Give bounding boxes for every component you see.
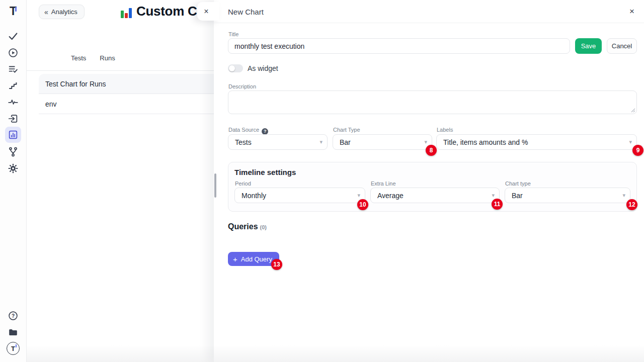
- chart-list: Test Chart for Runs env: [39, 74, 214, 114]
- data-source-label: Data Source: [228, 127, 268, 135]
- description-label: Description: [228, 83, 256, 89]
- extra-line-value: Average: [377, 192, 404, 200]
- annotation-badge-13: 13: [271, 259, 282, 270]
- toggle-knob: [229, 65, 235, 71]
- timeline-settings-heading: Timeline settings: [234, 168, 296, 176]
- new-chart-drawer: New Chart Title Save Cancel As widget De…: [214, 0, 644, 362]
- queries-count: (0): [260, 224, 267, 230]
- timeline-chart-type-value: Bar: [512, 192, 523, 200]
- drawer-side-close-icon[interactable]: [200, 6, 212, 18]
- chevrons-left-icon: [44, 8, 48, 16]
- help-icon[interactable]: [262, 128, 268, 135]
- labels-label: Labels: [437, 127, 453, 133]
- save-button[interactable]: Save: [575, 38, 602, 54]
- app-logo[interactable]: T: [5, 3, 21, 19]
- period-value: Monthly: [242, 192, 266, 200]
- chart-type-label: Chart Type: [333, 127, 360, 133]
- brand-circle-icon[interactable]: T: [5, 340, 21, 356]
- labels-select[interactable]: Title, items amounts and %: [436, 134, 637, 150]
- description-textarea[interactable]: [228, 90, 637, 114]
- title-input[interactable]: [228, 38, 570, 54]
- data-source-select[interactable]: Tests: [228, 134, 328, 150]
- add-query-label: Add Query: [241, 255, 272, 263]
- annotation-badge-11: 11: [492, 199, 503, 210]
- extra-line-label: Extra Line: [371, 180, 396, 187]
- drawer-title: New Chart: [228, 8, 264, 16]
- chart-type-value: Bar: [340, 138, 351, 146]
- annotation-badge-8: 8: [426, 145, 437, 156]
- settings-gear-icon[interactable]: [5, 160, 21, 176]
- timeline-chart-type-select[interactable]: Bar: [505, 188, 630, 203]
- drawer-close-icon[interactable]: [626, 6, 638, 18]
- pulse-activity-icon[interactable]: [5, 94, 21, 110]
- annotation-badge-10: 10: [357, 199, 368, 210]
- period-select[interactable]: Monthly: [234, 188, 365, 203]
- tests-check-icon[interactable]: [5, 28, 21, 44]
- runs-play-icon[interactable]: [5, 45, 21, 61]
- back-button-label: Analytics: [51, 8, 77, 16]
- extra-line-select[interactable]: Average: [370, 188, 500, 203]
- svg-text:?: ?: [12, 313, 15, 319]
- custom-charts-panel: Analytics Custom Charts Tests Runs Test …: [27, 0, 214, 362]
- milestones-stairs-icon[interactable]: [5, 77, 21, 94]
- tabs-divider: [27, 70, 214, 71]
- analytics-bar-chart-icon[interactable]: [5, 127, 21, 143]
- chart-list-item[interactable]: Test Chart for Runs: [39, 74, 214, 94]
- chart-name: Test Chart for Runs: [45, 80, 106, 88]
- drawer-header: New Chart: [214, 0, 644, 23]
- queries-heading: Queries(0): [228, 222, 267, 231]
- colored-bar-chart-icon: [120, 7, 132, 19]
- labels-value: Title, items amounts and %: [443, 138, 528, 146]
- projects-folder-icon[interactable]: [5, 324, 21, 340]
- back-to-analytics-button[interactable]: Analytics: [39, 5, 85, 19]
- drawer-resize-handle[interactable]: [214, 173, 216, 198]
- cancel-button[interactable]: Cancel: [607, 38, 637, 54]
- chart-type-select[interactable]: Bar: [333, 134, 432, 150]
- sidebar-rail: T ? T: [0, 0, 27, 362]
- chart-list-item[interactable]: env: [39, 94, 214, 114]
- title-label: Title: [228, 31, 238, 37]
- annotation-badge-9: 9: [632, 145, 643, 156]
- tab-runs[interactable]: Runs: [100, 54, 115, 62]
- timeline-chart-type-label: Chart type: [505, 180, 531, 187]
- help-circle-icon[interactable]: ?: [5, 308, 21, 324]
- plans-list-check-icon[interactable]: [5, 61, 21, 77]
- annotation-badge-12: 12: [626, 199, 637, 210]
- tab-tests[interactable]: Tests: [71, 54, 86, 62]
- as-widget-label: As widget: [248, 64, 278, 72]
- branches-icon[interactable]: [5, 144, 21, 160]
- chart-name: env: [45, 100, 57, 108]
- list-tabs: Tests Runs: [71, 54, 115, 62]
- import-box-icon[interactable]: [5, 111, 21, 127]
- period-label: Period: [235, 180, 251, 187]
- data-source-value: Tests: [235, 138, 252, 146]
- brand-letter: T: [11, 345, 15, 352]
- as-widget-toggle[interactable]: [228, 64, 243, 72]
- plus-icon: [233, 255, 237, 263]
